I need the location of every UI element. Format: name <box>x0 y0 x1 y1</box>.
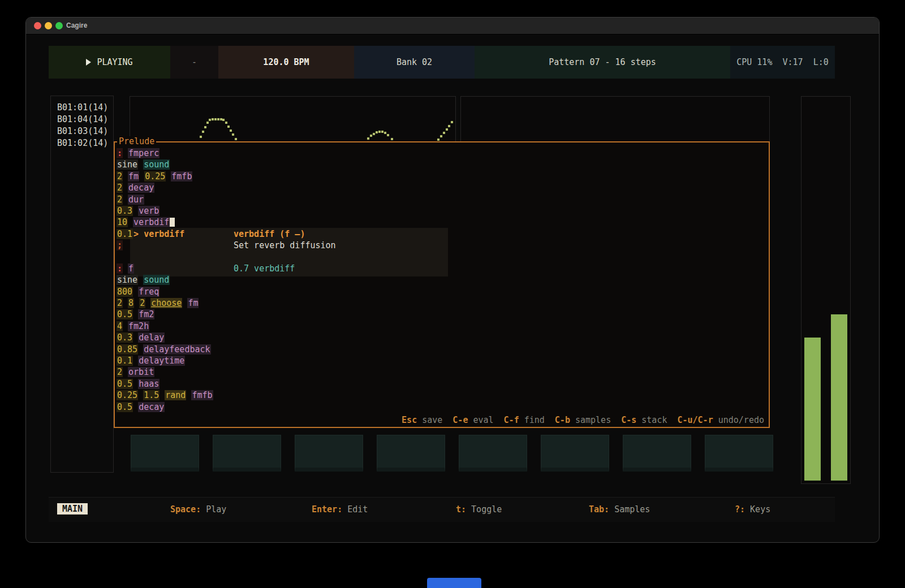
pattern-step-cell[interactable] <box>131 435 199 472</box>
waveform-dot <box>222 119 225 121</box>
transport-bar: PLAYING - 120.0 BPM Bank 02 Pattern 07 -… <box>49 46 835 79</box>
code-token: delayfeedback <box>143 344 210 354</box>
code-token: haas <box>138 379 160 389</box>
minimize-window-button[interactable] <box>45 22 52 29</box>
transport-play-status[interactable]: PLAYING <box>49 46 170 79</box>
mode-badge[interactable]: MAIN <box>57 503 88 514</box>
close-window-button[interactable] <box>34 22 41 29</box>
code-token: 0.3 <box>117 332 133 343</box>
window-title: Cagire <box>66 21 87 29</box>
code-token: 8 <box>128 298 134 308</box>
waveform-dot <box>391 138 393 140</box>
code-token: fmfb <box>191 390 213 400</box>
bank-display[interactable]: Bank 02 <box>354 46 475 79</box>
code-token: 0.5 <box>117 309 133 319</box>
statusbar-shortcut: t: Toggle <box>456 504 502 514</box>
code-line: ; <box>117 240 766 252</box>
code-token: fm <box>128 171 139 181</box>
waveform-dot <box>204 126 206 128</box>
waveform-dot <box>367 137 369 140</box>
level-meter-panel <box>801 96 851 484</box>
sample-slot[interactable]: B01:01(14) <box>51 102 113 114</box>
bank-value: Bank 02 <box>397 57 432 67</box>
pattern-value: Pattern 07 - 16 steps <box>549 57 656 67</box>
waveform-dot <box>451 121 453 123</box>
spacer-label: - <box>192 57 197 67</box>
statusbar-shortcut: Enter: Edit <box>312 504 368 514</box>
waveform-dot <box>376 131 378 133</box>
editor-hint: C-f find <box>504 415 545 425</box>
statusbar-shortcut: Tab: Samples <box>589 504 650 514</box>
text-cursor <box>170 218 175 227</box>
code-token: 1.5 <box>143 390 160 400</box>
pattern-step-cell[interactable] <box>623 435 691 472</box>
sample-slot[interactable]: B01:04(14) <box>51 114 113 126</box>
code-line: 0.85 delayfeedback <box>117 344 766 356</box>
transport-spacer: - <box>170 46 218 79</box>
code-token: : <box>117 263 123 274</box>
pattern-step-cell[interactable] <box>459 435 527 472</box>
code-line: sine sound <box>117 159 766 171</box>
code-line: : f <box>117 263 766 275</box>
waveform-dot <box>209 119 211 121</box>
waveform-dot <box>202 131 204 133</box>
code-token: rand <box>165 390 186 400</box>
code-token: 2 <box>117 194 123 205</box>
waveform-dot <box>212 118 214 120</box>
waveform-dot <box>384 132 386 134</box>
code-line: 10 verbdif <box>117 217 766 228</box>
code-token: fmfb <box>171 171 192 181</box>
code-token: freq <box>138 287 160 297</box>
code-line: 0.1 delaytime <box>117 356 766 367</box>
code-token: 2 <box>117 367 123 377</box>
sample-slot[interactable]: B01:02(14) <box>51 137 113 149</box>
pattern-step-cell[interactable] <box>213 435 281 472</box>
code-lines: : fmpercsine sound2 fm 0.25 fmfb2 decay2… <box>117 148 766 413</box>
pattern-step-cell[interactable] <box>705 435 773 472</box>
code-token: 2 <box>117 298 123 308</box>
code-token: sound <box>143 275 170 285</box>
editor-hint: C-u/C-r undo/redo <box>677 415 764 425</box>
autocomplete-selected-item[interactable]: > verbdiff <box>133 229 185 239</box>
code-token: 0.25 <box>117 390 138 400</box>
code-line <box>117 252 766 263</box>
code-line: : fmperc <box>117 148 766 159</box>
waveform-dot <box>448 125 450 127</box>
code-token: fm2 <box>138 309 154 319</box>
code-editor[interactable]: Prelude verbdiff (f —) Set reverb diffus… <box>114 141 770 428</box>
cpu-stats: CPU 11% V:17 L:0 <box>730 46 835 79</box>
waveform-dot <box>235 138 237 140</box>
title-bar: Cagire <box>26 18 879 34</box>
app-window: Cagire PLAYING - 120.0 BPM Bank 02 Patte… <box>25 17 880 543</box>
pattern-step-cell[interactable] <box>295 435 363 472</box>
code-token: sound <box>143 159 170 170</box>
waveform-dot <box>217 118 219 120</box>
statusbar-shortcut: ?: Keys <box>735 504 770 514</box>
code-line: 0.3 delay <box>117 332 766 344</box>
pattern-step-cell[interactable] <box>541 435 609 472</box>
code-token: verb <box>138 206 160 216</box>
editor-hint-bar: Esc saveC-e evalC-f findC-b samplesC-s s… <box>402 415 764 425</box>
waveform-dot <box>443 132 445 134</box>
code-token: 0.25 <box>144 171 166 181</box>
pattern-display[interactable]: Pattern 07 - 16 steps <box>475 46 730 79</box>
level-meter-right <box>831 314 847 481</box>
code-line: 2 8 2 choose fm <box>117 298 766 309</box>
sample-slot[interactable]: B01:03(14) <box>51 126 113 137</box>
pattern-step-cell[interactable] <box>377 435 445 472</box>
zoom-window-button[interactable] <box>55 22 63 29</box>
code-token: ; <box>117 240 123 250</box>
editor-hint: C-s stack <box>621 415 667 425</box>
code-line: 0.5 decay <box>117 402 766 413</box>
code-token: 4 <box>117 321 123 331</box>
code-token: fmperc <box>128 148 160 158</box>
code-token: 2 <box>139 298 145 308</box>
code-line: 2 orbit <box>117 367 766 378</box>
code-token: 0.3 <box>117 206 133 216</box>
waveform-dot <box>227 126 230 128</box>
code-line: 2 dur <box>117 194 766 206</box>
code-line: 0.5 haas <box>117 379 766 390</box>
dock-indicator[interactable] <box>427 578 481 588</box>
waveform-dot <box>200 136 202 138</box>
bpm-display[interactable]: 120.0 BPM <box>218 46 354 79</box>
